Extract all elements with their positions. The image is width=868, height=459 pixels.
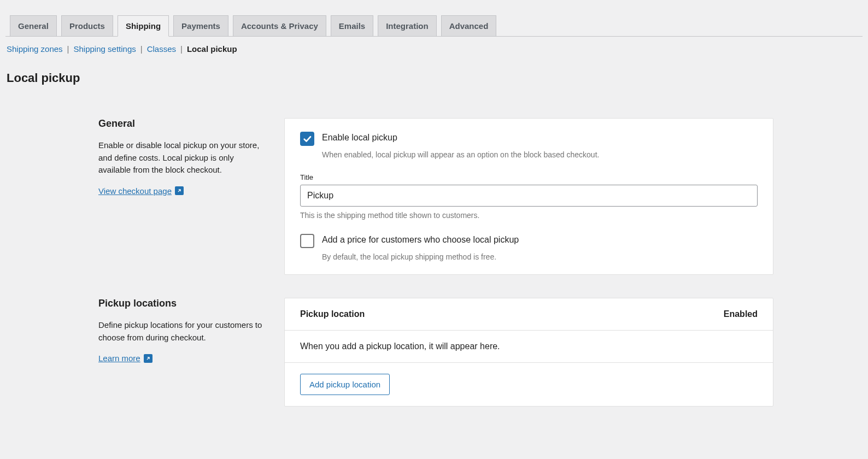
title-field-help: This is the shipping method title shown … <box>300 211 758 220</box>
pickup-locations-block: Pickup locations Define pickup locations… <box>5 298 863 407</box>
tab-emails[interactable]: Emails <box>331 15 373 36</box>
external-link-icon <box>175 186 184 195</box>
subnav-current: Local pickup <box>187 44 237 54</box>
general-heading: General <box>98 118 262 130</box>
general-side: General Enable or disable local pickup o… <box>98 118 262 275</box>
add-price-help: By default, the local pickup shipping me… <box>322 252 758 261</box>
subnav-classes[interactable]: Classes <box>147 44 176 54</box>
locations-table-header: Pickup location Enabled <box>285 298 773 331</box>
tab-integration[interactable]: Integration <box>378 15 437 36</box>
page-title: Local pickup <box>5 54 863 85</box>
locations-empty-message: When you add a pickup location, it will … <box>285 331 773 363</box>
general-settings-block: General Enable or disable local pickup o… <box>5 118 863 275</box>
tab-shipping[interactable]: Shipping <box>118 15 169 37</box>
locations-side: Pickup locations Define pickup locations… <box>98 298 262 407</box>
general-description: Enable or disable local pickup on your s… <box>98 139 262 176</box>
tab-payments[interactable]: Payments <box>173 15 228 36</box>
locations-panel: Pickup location Enabled When you add a p… <box>284 298 773 407</box>
locations-heading: Pickup locations <box>98 298 262 309</box>
add-price-checkbox[interactable] <box>300 234 314 248</box>
title-field-label: Title <box>300 173 758 181</box>
separator: | <box>67 44 69 54</box>
separator: | <box>140 44 143 54</box>
tab-general[interactable]: General <box>10 15 57 36</box>
view-checkout-link[interactable]: View checkout page <box>98 186 184 196</box>
col-enabled: Enabled <box>724 309 758 319</box>
add-pickup-location-button[interactable]: Add pickup location <box>300 374 390 395</box>
learn-more-link[interactable]: Learn more <box>98 354 153 363</box>
settings-tabs: General Products Shipping Payments Accou… <box>5 0 863 37</box>
locations-description: Define pickup locations for your custome… <box>98 319 262 344</box>
subnav-shipping-settings[interactable]: Shipping settings <box>73 44 136 54</box>
tab-products[interactable]: Products <box>61 15 113 36</box>
enable-local-pickup-help: When enabled, local pickup will appear a… <box>322 150 758 159</box>
title-input[interactable] <box>300 185 758 207</box>
enable-local-pickup-checkbox[interactable] <box>300 132 314 146</box>
view-checkout-link-text: View checkout page <box>98 186 172 196</box>
col-pickup-location: Pickup location <box>300 309 365 319</box>
enable-local-pickup-label: Enable local pickup <box>322 132 397 143</box>
learn-more-link-text: Learn more <box>98 354 140 363</box>
tab-advanced[interactable]: Advanced <box>441 15 497 36</box>
subnav-shipping-zones[interactable]: Shipping zones <box>7 44 63 54</box>
add-price-label: Add a price for customers who choose loc… <box>322 234 519 245</box>
general-panel: Enable local pickup When enabled, local … <box>284 118 773 275</box>
tab-accounts-privacy[interactable]: Accounts & Privacy <box>233 15 326 36</box>
separator: | <box>180 44 183 54</box>
external-link-icon <box>144 354 153 363</box>
shipping-subnav: Shipping zones | Shipping settings | Cla… <box>5 37 863 54</box>
